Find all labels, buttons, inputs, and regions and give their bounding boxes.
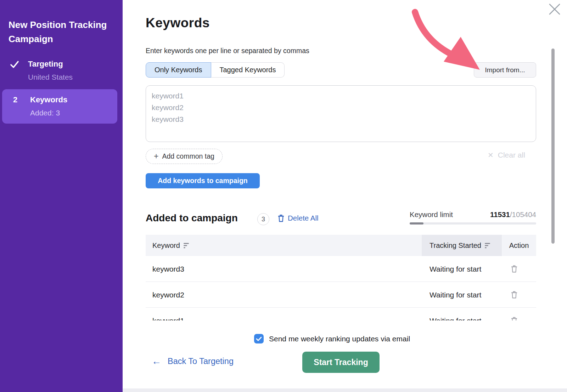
trash-icon [511,317,518,320]
bottom-strip [123,388,567,392]
column-header-tracking-started[interactable]: Tracking Started [430,235,490,256]
wizard-sidebar: New Position Tracking Campaign Targeting… [0,0,123,392]
step-targeting-label: Targeting [28,59,63,69]
trash-icon [511,291,518,299]
trash-icon [511,265,518,273]
tab-tagged-keywords[interactable]: Tagged Keywords [211,62,285,78]
campaign-title: New Position Tracking Campaign [9,18,115,46]
add-keywords-to-campaign-button[interactable]: Add keywords to campaign [146,173,260,188]
import-from-button[interactable]: Import from... [474,62,536,78]
clear-icon: ✕ [488,151,494,159]
email-updates-label: Send me weekly ranking updates via email [269,335,410,343]
table-row: keyword2 Waiting for start [146,282,536,308]
keywords-table-body: keyword3 Waiting for start keyword2 Wait… [146,256,536,320]
page-title: Keywords [146,16,210,30]
email-updates-row: Send me weekly ranking updates via email [254,334,410,343]
keyword-limit-used: 11531 [490,210,510,218]
step-keywords-value: Added: 3 [30,109,60,117]
added-count-badge: 3 [257,213,269,225]
trash-icon [277,214,285,222]
vertical-scrollbar[interactable] [551,49,555,244]
column-header-keyword[interactable]: Keyword [152,235,189,256]
sort-icon[interactable] [485,243,490,248]
keyword-mode-tabs: Only Keywords Tagged Keywords [146,62,285,78]
keyword-limit-progress-fill [410,222,423,225]
clear-all-button[interactable]: ✕ Clear all [488,151,525,159]
table-row: keyword1 Waiting for start [146,308,536,320]
step-number: 2 [13,95,17,104]
row-keyword: keyword2 [152,282,184,308]
row-delete-button[interactable] [511,308,518,320]
sort-icon[interactable] [184,243,189,248]
back-to-targeting-label: Back To Targeting [168,357,234,366]
row-delete-button[interactable] [511,282,518,308]
start-tracking-button[interactable]: Start Tracking [302,352,380,373]
step-keywords-label: Keywords [30,95,67,104]
tab-only-keywords[interactable]: Only Keywords [146,62,211,78]
back-to-targeting-link[interactable]: ← Back To Targeting [152,357,234,366]
row-keyword: keyword3 [152,256,184,282]
row-delete-button[interactable] [511,256,518,282]
plus-icon: + [154,152,158,160]
check-icon [10,60,19,69]
add-common-tag-button[interactable]: + Add common tag [146,149,223,164]
wizard-footer: Send me weekly ranking updates via email… [123,320,567,392]
checkmark-icon [256,336,262,341]
delete-all-button[interactable]: Delete All [277,214,319,222]
close-icon[interactable] [549,3,561,15]
row-status: Waiting for start [430,282,481,308]
step-targeting-value: United States [28,73,73,81]
delete-all-label: Delete All [288,214,319,222]
keyword-limit-value: 11531/105404 [410,210,536,219]
row-keyword: keyword1 [152,308,184,320]
clear-all-label: Clear all [498,151,525,159]
row-status: Waiting for start [430,256,481,282]
sidebar-step-targeting[interactable]: Targeting United States [0,59,123,88]
added-to-campaign-title: Added to campaign [146,212,238,224]
add-common-tag-label: Add common tag [162,152,214,160]
row-status: Waiting for start [430,308,481,320]
page-subtitle: Enter keywords one per line or separated… [146,47,309,55]
column-header-action: Action [502,235,536,256]
table-row: keyword3 Waiting for start [146,256,536,282]
email-updates-checkbox[interactable] [254,334,264,343]
keyword-limit-total: /105404 [510,210,536,218]
keyword-limit-progressbar [410,222,536,225]
keywords-input[interactable] [146,85,536,142]
sidebar-step-keywords[interactable]: 2 Keywords Added: 3 [2,89,117,124]
arrow-left-icon: ← [152,357,161,366]
table-header: Keyword Tracking Started Action [146,235,536,256]
